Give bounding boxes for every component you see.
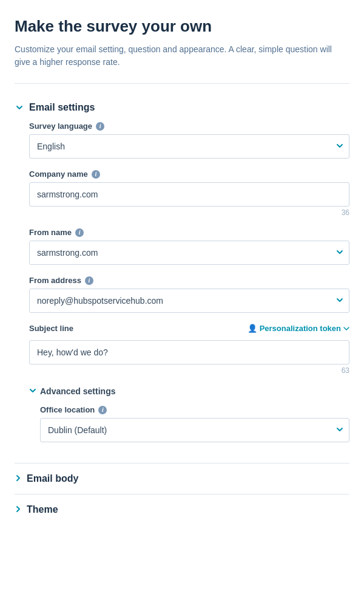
email-settings-header[interactable]: Email settings bbox=[15, 94, 349, 121]
from-address-info-icon[interactable]: i bbox=[85, 276, 93, 285]
advanced-settings-header[interactable]: Advanced settings bbox=[29, 386, 349, 397]
company-name-input[interactable] bbox=[29, 182, 349, 207]
company-name-group: Company name i 36 bbox=[29, 169, 349, 217]
from-name-info-icon[interactable]: i bbox=[75, 228, 84, 237]
theme-header[interactable]: Theme bbox=[15, 495, 349, 525]
page-title: Make the survey your own bbox=[15, 17, 349, 36]
from-name-wrapper: sarmstrong.com bbox=[29, 241, 349, 265]
subject-line-label: Subject line bbox=[29, 324, 73, 333]
theme-label: Theme bbox=[27, 504, 58, 515]
person-icon: 👤 bbox=[248, 324, 257, 333]
survey-language-select[interactable]: English Spanish French German bbox=[29, 134, 349, 159]
from-name-label: From name i bbox=[29, 228, 349, 237]
email-body-header[interactable]: Email body bbox=[15, 464, 349, 494]
survey-language-group: Survey language i English Spanish French… bbox=[29, 121, 349, 159]
email-settings-section: Email settings Survey language i English… bbox=[15, 94, 349, 463]
email-settings-label: Email settings bbox=[29, 102, 95, 113]
email-body-label: Email body bbox=[27, 473, 78, 484]
subject-line-label-row: Subject line 👤 Personalization token bbox=[29, 324, 349, 333]
subject-line-char-count: 63 bbox=[29, 366, 349, 375]
office-location-group: Office location i Dublin (Default) bbox=[40, 405, 349, 442]
office-location-label: Office location i bbox=[40, 405, 349, 414]
survey-language-wrapper: English Spanish French German bbox=[29, 134, 349, 159]
from-address-wrapper: noreply@hubspotservicehub.com bbox=[29, 289, 349, 313]
office-location-info-icon[interactable]: i bbox=[98, 406, 107, 414]
theme-chevron-icon bbox=[15, 504, 22, 515]
advanced-settings-section: Advanced settings Office location i Dubl… bbox=[29, 386, 349, 442]
from-address-group: From address i noreply@hubspotservicehub… bbox=[29, 276, 349, 313]
company-name-char-count: 36 bbox=[29, 208, 349, 217]
email-settings-content: Survey language i English Spanish French… bbox=[15, 121, 349, 463]
theme-section: Theme bbox=[15, 494, 349, 525]
divider-top bbox=[15, 83, 349, 84]
company-name-label: Company name i bbox=[29, 169, 349, 179]
page-subtitle: Customize your email setting, question a… bbox=[15, 43, 349, 69]
subject-line-group: Subject line 👤 Personalization token 63 bbox=[29, 324, 349, 375]
email-body-chevron-icon bbox=[15, 473, 22, 484]
office-location-select[interactable]: Dublin (Default) bbox=[40, 418, 349, 442]
advanced-settings-label: Advanced settings bbox=[40, 386, 115, 396]
personalization-token-button[interactable]: 👤 Personalization token bbox=[248, 324, 349, 333]
company-name-info-icon[interactable]: i bbox=[92, 170, 100, 179]
subject-line-input[interactable] bbox=[29, 340, 349, 364]
advanced-settings-content: Office location i Dublin (Default) bbox=[29, 405, 349, 442]
from-name-group: From name i sarmstrong.com bbox=[29, 228, 349, 265]
survey-language-info-icon[interactable]: i bbox=[96, 122, 104, 131]
from-address-select[interactable]: noreply@hubspotservicehub.com bbox=[29, 289, 349, 313]
office-location-wrapper: Dublin (Default) bbox=[40, 418, 349, 442]
personalization-token-chevron-icon bbox=[343, 326, 349, 332]
email-body-section: Email body bbox=[15, 463, 349, 494]
from-name-select[interactable]: sarmstrong.com bbox=[29, 241, 349, 265]
email-settings-chevron-icon bbox=[15, 103, 24, 112]
survey-language-label: Survey language i bbox=[29, 121, 349, 131]
from-address-label: From address i bbox=[29, 276, 349, 285]
advanced-settings-chevron-icon bbox=[29, 386, 36, 397]
